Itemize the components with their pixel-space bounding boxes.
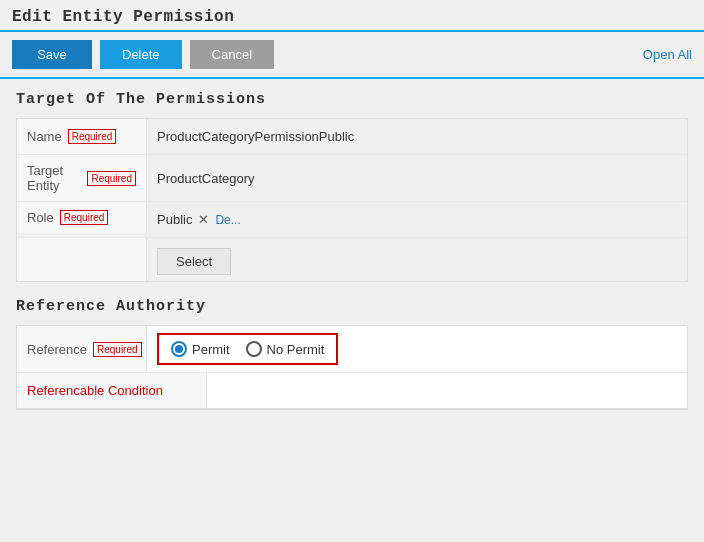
no-permit-label: No Permit <box>267 342 325 357</box>
toolbar: Save Delete Cancel Open All <box>0 32 704 77</box>
reference-row: Reference Required Permit No Permit <box>17 326 687 373</box>
name-label: Name <box>27 129 62 144</box>
section2-form: Reference Required Permit No Permit <box>16 325 688 410</box>
save-button[interactable]: Save <box>12 40 92 69</box>
role-row: Role Required Public ✕ De... Select <box>17 202 687 281</box>
role-select-cell: Select <box>147 238 687 281</box>
role-label: Role <box>27 210 54 225</box>
target-entity-label: Target Entity <box>27 163 81 193</box>
role-value: Public <box>157 212 192 227</box>
target-entity-row: Target Entity Required ProductCategory <box>17 155 687 202</box>
target-entity-label-cell: Target Entity Required <box>17 155 147 201</box>
reference-label: Reference <box>27 342 87 357</box>
open-all-button[interactable]: Open All <box>643 47 692 62</box>
name-value-cell: ProductCategoryPermissionPublic <box>147 119 687 154</box>
permit-label: Permit <box>192 342 230 357</box>
permit-option[interactable]: Permit <box>171 341 230 357</box>
select-button[interactable]: Select <box>157 248 231 275</box>
cancel-button[interactable]: Cancel <box>190 40 274 69</box>
permit-radio-outer <box>171 341 187 357</box>
section1-title: Target Of The Permissions <box>16 91 688 108</box>
role-remove-icon[interactable]: ✕ <box>198 212 209 227</box>
target-entity-value-cell: ProductCategory <box>147 155 687 201</box>
target-entity-value: ProductCategory <box>157 171 255 186</box>
delete-button[interactable]: Delete <box>100 40 182 69</box>
reference-radio-group: Permit No Permit <box>157 333 338 365</box>
role-value-cell: Public ✕ De... <box>147 202 687 237</box>
referencable-value-cell <box>207 373 687 409</box>
permit-radio-inner <box>175 345 183 353</box>
role-row-top: Role Required Public ✕ De... <box>17 202 687 238</box>
page-title: Edit Entity Permission <box>12 8 692 26</box>
section1-form: Name Required ProductCategoryPermissionP… <box>16 118 688 282</box>
name-value: ProductCategoryPermissionPublic <box>157 129 354 144</box>
role-delete-link[interactable]: De... <box>215 213 240 227</box>
no-permit-option[interactable]: No Permit <box>246 341 325 357</box>
role-required-badge: Required <box>60 210 109 225</box>
target-entity-required-badge: Required <box>87 171 136 186</box>
referencable-label: Referencable Condition <box>27 383 163 398</box>
reference-required-badge: Required <box>93 342 142 357</box>
page-header: Edit Entity Permission <box>0 0 704 32</box>
section-reference-authority: Reference Authority Reference Required P… <box>0 286 704 410</box>
name-required-badge: Required <box>68 129 117 144</box>
name-label-cell: Name Required <box>17 119 147 154</box>
section-target-permissions: Target Of The Permissions Name Required … <box>0 79 704 282</box>
role-select-spacer <box>17 238 147 281</box>
role-label-cell: Role Required <box>17 202 147 233</box>
no-permit-radio-outer <box>246 341 262 357</box>
referencable-condition-row: Referencable Condition <box>17 373 687 409</box>
reference-label-cell: Reference Required <box>17 326 147 372</box>
referencable-label-cell: Referencable Condition <box>17 373 207 409</box>
section2-title: Reference Authority <box>16 298 688 315</box>
reference-value-cell: Permit No Permit <box>147 326 687 372</box>
name-row: Name Required ProductCategoryPermissionP… <box>17 119 687 155</box>
role-select-row: Select <box>17 238 687 281</box>
